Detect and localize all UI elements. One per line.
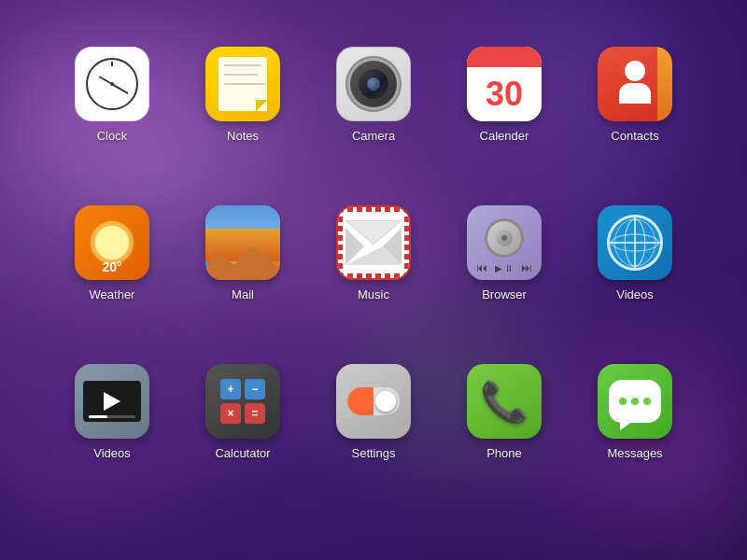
music-icon: ⏮ ▶ ⏸ ⏭ [467, 205, 542, 280]
svg-point-5 [614, 219, 655, 266]
calc-minus: − [245, 379, 265, 399]
app-photos[interactable]: Mail [187, 205, 299, 355]
calendar-label: Calender [480, 129, 529, 143]
contacts-icon [598, 47, 672, 121]
weather-label: Weather [90, 287, 135, 301]
app-notes[interactable]: Notes [187, 47, 299, 196]
browser-icon [598, 205, 672, 280]
msg-dot-1 [619, 398, 627, 405]
notes-icon [205, 47, 280, 121]
msg-dot-3 [643, 398, 651, 405]
app-weather[interactable]: 20° Weather [56, 205, 168, 355]
calculator-icon: + − × = [205, 364, 280, 439]
calc-plus: + [220, 379, 241, 399]
weather-icon: 20° [75, 205, 149, 280]
app-mail[interactable]: Music [317, 205, 430, 355]
music-play-icon: ▶ ⏸ [495, 263, 514, 273]
app-camera[interactable]: Camera [317, 47, 430, 196]
msg-dot-2 [631, 398, 639, 405]
calendar-number: 30 [486, 75, 523, 114]
app-settings[interactable]: Settings [317, 364, 430, 513]
clock-icon [75, 47, 149, 121]
messages-icon [598, 364, 672, 439]
phone-symbol: 📞 [480, 379, 529, 425]
app-messages[interactable]: Messages [579, 364, 691, 513]
calc-divide: = [245, 403, 265, 424]
phone-icon: 📞 [467, 364, 542, 439]
notes-label: Notes [227, 129, 259, 143]
clock-label: Clock [97, 129, 128, 143]
contacts-label: Contacts [611, 129, 658, 143]
svg-point-4 [625, 219, 645, 266]
messages-label: Messages [607, 446, 662, 460]
music-prev-icon: ⏮ [476, 261, 487, 274]
app-calendar[interactable]: 30 Calender [448, 47, 560, 196]
videos-label: Videos [93, 446, 131, 460]
mail-label: Music [358, 287, 389, 301]
app-grid: Clock Notes Camera 30 [0, 0, 747, 560]
photos-label: Mail [232, 287, 254, 301]
mail-icon [336, 205, 411, 280]
photos-icon [205, 205, 280, 280]
music-next-icon: ⏭ [521, 261, 532, 274]
phone-label: Phone [486, 446, 522, 460]
calendar-icon: 30 [467, 47, 542, 121]
svg-point-6 [612, 234, 658, 251]
calc-multiply: × [220, 403, 241, 424]
app-contacts[interactable]: Contacts [579, 47, 691, 196]
app-calculator[interactable]: + − × = Calcutator [187, 364, 299, 513]
app-clock[interactable]: Clock [56, 47, 168, 196]
videos-icon [75, 364, 149, 439]
camera-icon [336, 47, 411, 121]
music-label: Browser [482, 287, 527, 301]
browser-label: Videos [616, 287, 654, 301]
weather-temp: 20° [75, 259, 149, 274]
settings-label: Settings [352, 446, 396, 460]
app-music[interactable]: ⏮ ▶ ⏸ ⏭ Browser [448, 205, 560, 355]
calculator-label: Calcutator [215, 446, 270, 460]
app-phone[interactable]: 📞 Phone [448, 364, 560, 513]
app-browser[interactable]: Videos [579, 205, 691, 355]
settings-icon [336, 364, 411, 439]
camera-label: Camera [352, 129, 395, 143]
app-videos[interactable]: Videos [56, 364, 168, 513]
